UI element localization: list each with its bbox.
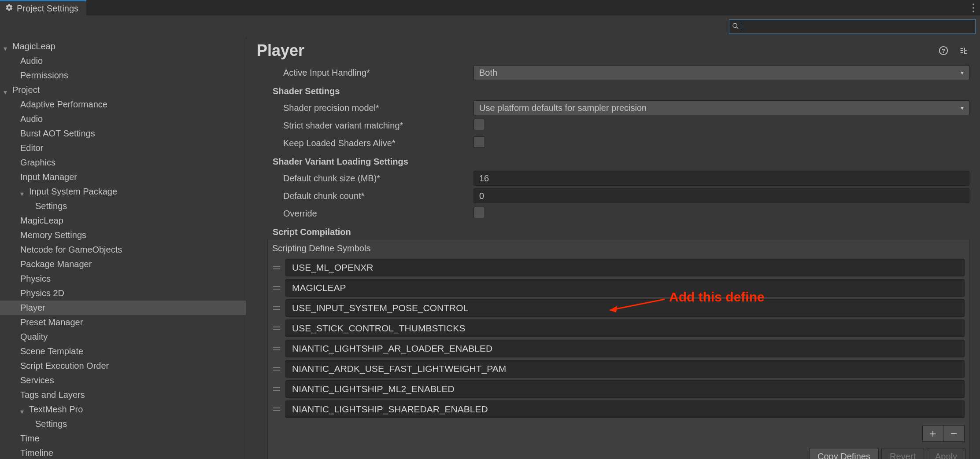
define-input[interactable]: NIANTIC_LIGHTSHIP_ML2_ENABLED [285, 380, 965, 398]
sidebar-item-label: Settings [35, 201, 67, 211]
sidebar-item-project[interactable]: Project [0, 83, 246, 97]
prop-shader-precision: Shader precision model* Use platform def… [257, 99, 969, 117]
sidebar-item-input-manager[interactable]: Input Manager [0, 170, 246, 184]
settings-sidebar: MagicLeapAudioPermissionsProjectAdaptive… [0, 37, 246, 459]
sidebar-item-tags-and-layers[interactable]: Tags and Layers [0, 388, 246, 402]
define-input[interactable]: NIANTIC_LIGHTSHIP_SHAREDAR_ENABLED [285, 400, 965, 418]
help-icon[interactable]: ? [938, 45, 949, 56]
sidebar-item-permissions[interactable]: Permissions [0, 68, 246, 83]
svg-point-0 [733, 23, 737, 27]
define-input[interactable]: USE_STICK_CONTROL_THUMBSTICKS [285, 319, 965, 337]
sidebar-item-player[interactable]: Player [0, 301, 246, 315]
sidebar-item-label: Physics [20, 274, 51, 284]
define-row: USE_ML_OPENXR [272, 259, 965, 276]
tab-title: Project Settings [17, 4, 78, 14]
sidebar-item-label: MagicLeap [12, 41, 55, 51]
sidebar-item-label: Input System Package [29, 187, 117, 197]
checkbox-keep-loaded[interactable] [473, 136, 485, 148]
define-row: NIANTIC_LIGHTSHIP_AR_LOADER_ENABLED [272, 340, 965, 357]
project-settings-tab[interactable]: Project Settings [0, 0, 86, 15]
sidebar-item-label: Tags and Layers [20, 390, 85, 400]
prop-keep-loaded: Keep Loaded Shaders Alive* [257, 134, 969, 152]
sidebar-item-label: Preset Manager [20, 317, 83, 327]
sidebar-item-netcode-for-gameobjects[interactable]: Netcode for GameObjects [0, 242, 246, 257]
sidebar-item-settings[interactable]: Settings [0, 417, 246, 431]
sidebar-item-physics-2d[interactable]: Physics 2D [0, 286, 246, 301]
drag-handle-icon[interactable] [272, 286, 281, 290]
drag-handle-icon[interactable] [272, 266, 281, 269]
sidebar-item-scene-template[interactable]: Scene Template [0, 344, 246, 359]
sidebar-item-services[interactable]: Services [0, 373, 246, 388]
drag-handle-icon[interactable] [272, 347, 281, 350]
define-input[interactable]: NIANTIC_ARDK_USE_FAST_LIGHTWEIGHT_PAM [285, 360, 965, 378]
define-input[interactable]: USE_INPUT_SYSTEM_POSE_CONTROL [285, 299, 965, 317]
drag-handle-icon[interactable] [272, 387, 281, 391]
drag-handle-icon[interactable] [272, 408, 281, 411]
remove-define-button[interactable]: − [943, 425, 965, 442]
sidebar-item-package-manager[interactable]: Package Manager [0, 257, 246, 272]
sidebar-item-script-execution-order[interactable]: Script Execution Order [0, 359, 246, 373]
drag-handle-icon[interactable] [272, 327, 281, 330]
foldout-icon[interactable] [4, 87, 11, 94]
checkbox-override[interactable] [473, 207, 485, 218]
dropdown-active-input[interactable]: Both [473, 65, 969, 80]
sidebar-item-adaptive-performance[interactable]: Adaptive Performance [0, 97, 246, 112]
tab-spacer [86, 0, 969, 15]
revert-button[interactable]: Revert [881, 448, 924, 459]
sidebar-item-label: Services [20, 375, 54, 386]
prop-override: Override [257, 205, 969, 222]
sidebar-item-label: Package Manager [20, 259, 92, 269]
field-chunk-size[interactable]: 16 [473, 171, 969, 186]
define-input[interactable]: MAGICLEAP [285, 279, 965, 297]
sidebar-item-textmesh-pro[interactable]: TextMesh Pro [0, 402, 246, 417]
sidebar-item-magicleap[interactable]: MagicLeap [0, 39, 246, 54]
define-row: USE_INPUT_SYSTEM_POSE_CONTROL [272, 299, 965, 317]
preset-icon[interactable] [958, 45, 969, 56]
copy-defines-button[interactable]: Copy Defines [809, 448, 879, 459]
sidebar-item-audio[interactable]: Audio [0, 112, 246, 126]
sidebar-item-label: Editor [20, 143, 43, 153]
prop-chunk-count: Default chunk count* 0 [257, 187, 969, 205]
define-input[interactable]: USE_ML_OPENXR [285, 259, 965, 276]
scripting-define-list: USE_ML_OPENXRMAGICLEAPUSE_INPUT_SYSTEM_P… [268, 256, 969, 422]
add-define-button[interactable]: + [922, 425, 943, 442]
svg-line-1 [736, 27, 738, 29]
main-split: MagicLeapAudioPermissionsProjectAdaptive… [0, 37, 980, 459]
search-row [0, 15, 980, 37]
sidebar-item-label: Timeline [20, 448, 53, 458]
sidebar-item-audio[interactable]: Audio [0, 54, 246, 68]
section-shader-settings: Shader Settings [273, 85, 969, 97]
sidebar-item-memory-settings[interactable]: Memory Settings [0, 228, 246, 242]
sidebar-item-magicleap[interactable]: MagicLeap [0, 213, 246, 228]
label-chunk-count: Default chunk count* [257, 191, 473, 201]
define-input[interactable]: NIANTIC_LIGHTSHIP_AR_LOADER_ENABLED [285, 340, 965, 357]
drag-handle-icon[interactable] [272, 367, 281, 371]
dropdown-shader-precision[interactable]: Use platform defaults for sampler precis… [473, 100, 969, 115]
foldout-icon[interactable] [20, 406, 27, 413]
sidebar-item-quality[interactable]: Quality [0, 330, 246, 344]
field-chunk-count[interactable]: 0 [473, 188, 969, 203]
sidebar-item-editor[interactable]: Editor [0, 141, 246, 155]
sidebar-item-graphics[interactable]: Graphics [0, 155, 246, 170]
sidebar-item-timeline[interactable]: Timeline [0, 446, 246, 459]
sidebar-item-label: Netcode for GameObjects [20, 245, 122, 255]
sidebar-item-label: Time [20, 433, 40, 444]
search-icon [732, 22, 739, 32]
apply-button[interactable]: Apply [927, 448, 965, 459]
foldout-icon[interactable] [4, 43, 11, 50]
sidebar-item-input-system-package[interactable]: Input System Package [0, 184, 246, 199]
sidebar-item-label: Memory Settings [20, 230, 86, 240]
sidebar-item-time[interactable]: Time [0, 431, 246, 446]
sidebar-item-physics[interactable]: Physics [0, 272, 246, 286]
kebab-icon[interactable] [969, 0, 977, 15]
sidebar-item-preset-manager[interactable]: Preset Manager [0, 315, 246, 330]
sidebar-item-label: Audio [20, 114, 43, 124]
sidebar-item-burst-aot-settings[interactable]: Burst AOT Settings [0, 126, 246, 141]
define-row: MAGICLEAP [272, 279, 965, 297]
search-input[interactable] [729, 19, 976, 34]
foldout-icon[interactable] [20, 188, 27, 195]
sidebar-item-settings[interactable]: Settings [0, 199, 246, 213]
checkbox-strict-variant[interactable] [473, 119, 485, 130]
label-shader-precision: Shader precision model* [257, 103, 473, 113]
drag-handle-icon[interactable] [272, 306, 281, 310]
